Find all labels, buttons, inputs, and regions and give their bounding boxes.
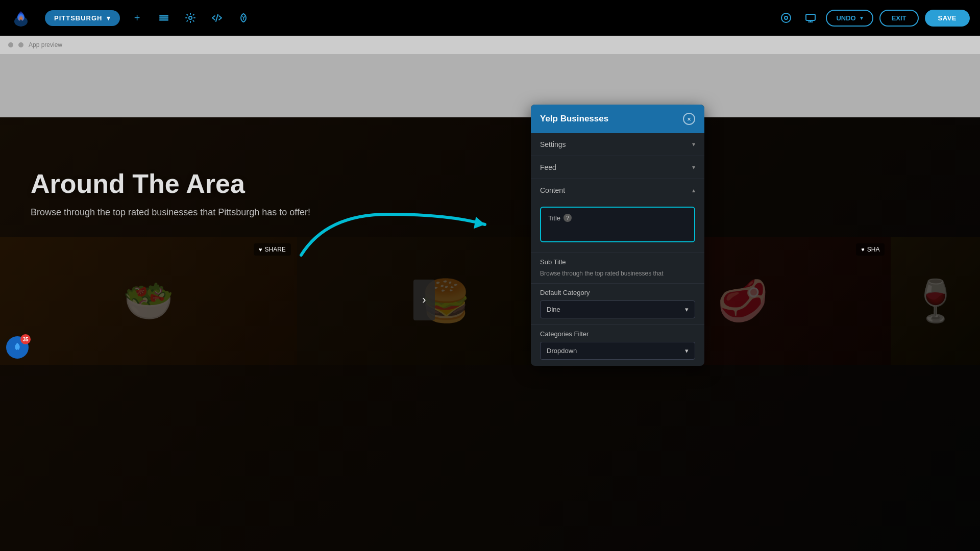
next-button[interactable]: › (413, 280, 435, 320)
default-category-label: Default Category (540, 289, 695, 296)
code-icon[interactable] (208, 9, 226, 27)
undo-chevron-icon: ▾ (860, 15, 863, 21)
svg-point-6 (781, 13, 791, 22)
side-panel: Yelp Businesses × Settings ▾ Feed ▾ Cont… (531, 105, 704, 366)
preview-dot-1 (8, 42, 13, 47)
default-category-select[interactable]: Dine ▾ (540, 300, 695, 318)
share-button-1[interactable]: ♥ SHARE (254, 243, 291, 256)
arrow-svg (286, 173, 500, 276)
layers-icon[interactable] (155, 9, 173, 27)
svg-rect-2 (159, 17, 168, 19)
content-label: Content (540, 186, 565, 194)
logo-area (10, 7, 32, 29)
content-chevron-up-icon: ▴ (692, 187, 695, 194)
preview-area: App preview (0, 36, 980, 117)
heart-icon-3: ♥ (861, 246, 865, 253)
default-category-section: Default Category Dine ▾ (531, 284, 704, 325)
exit-button[interactable]: EXIT (879, 10, 919, 27)
feed-label: Feed (540, 163, 556, 171)
settings-section-header[interactable]: Settings ▾ (531, 133, 704, 156)
category-chevron-down-icon: ▾ (685, 306, 689, 313)
badge-count: 35 (20, 334, 31, 344)
categories-filter-value: Dropdown (547, 347, 577, 355)
feed-section: Feed ▾ (531, 156, 704, 179)
svg-rect-3 (159, 19, 168, 21)
panel-close-button[interactable]: × (683, 113, 695, 125)
food-card-1: 🥗 ♥ SHARE 35 (0, 237, 297, 365)
share-label-3: SHA (867, 246, 880, 253)
add-icon[interactable]: + (128, 9, 146, 27)
content-section: Content ▴ Title ? (531, 179, 704, 253)
title-field-container: Title ? (540, 207, 695, 242)
svg-rect-1 (159, 15, 168, 17)
categories-filter-select[interactable]: Dropdown ▾ (540, 342, 695, 360)
preview-icon[interactable] (777, 9, 795, 27)
svg-text:Y: Y (242, 15, 246, 21)
title-help-icon: ? (564, 214, 572, 222)
svg-point-7 (785, 16, 788, 19)
settings-label: Settings (540, 140, 566, 148)
section-title: Around The Area (31, 168, 310, 199)
close-icon: × (687, 115, 691, 123)
yelp-icon[interactable]: Y (234, 9, 253, 27)
undo-label: UNDO (836, 14, 855, 22)
default-category-value: Dine (547, 306, 560, 313)
subtitle-value: Browse through the top rated businesses … (540, 270, 695, 277)
food-card-4-overlay (891, 237, 980, 365)
topbar-right: UNDO ▾ EXIT SAVE (777, 9, 970, 27)
share-button-3[interactable]: ♥ SHA (856, 243, 885, 256)
settings-chevron-down-icon: ▾ (692, 141, 695, 148)
panel-title: Yelp Businesses (540, 114, 608, 124)
food-card-4: 🍷 (891, 237, 980, 365)
categories-filter-label: Categories Filter (540, 330, 695, 338)
title-input[interactable] (548, 227, 687, 235)
chevron-down-icon: ▾ (107, 14, 111, 22)
settings-icon[interactable] (181, 9, 200, 27)
undo-button[interactable]: UNDO ▾ (826, 10, 873, 27)
subtitle-label: Sub Title (540, 258, 695, 266)
content-section-body: Title ? (531, 202, 704, 253)
heart-icon-1: ♥ (259, 246, 262, 253)
next-icon: › (422, 293, 426, 307)
share-label-1: SHARE (264, 246, 285, 253)
preview-bar-text: App preview (29, 41, 62, 48)
save-label: SAVE (938, 14, 957, 22)
section-subtitle: Browse through the top rated businesses … (31, 207, 310, 218)
device-icon[interactable] (801, 9, 820, 27)
filter-chevron-down-icon: ▾ (685, 347, 689, 355)
food-card-1-overlay (0, 237, 297, 365)
logo-badge: 35 (6, 336, 29, 359)
topbar: PITTSBURGH ▾ + Y (0, 0, 980, 36)
city-dropdown[interactable]: PITTSBURGH ▾ (45, 10, 120, 26)
preview-dot-2 (18, 42, 23, 47)
exit-label: EXIT (892, 14, 906, 22)
feed-chevron-down-icon: ▾ (692, 164, 695, 171)
city-label: PITTSBURGH (54, 14, 103, 22)
svg-point-4 (189, 16, 192, 19)
title-field-label: Title ? (548, 214, 687, 222)
panel-header: Yelp Businesses × (531, 105, 704, 133)
save-button[interactable]: SAVE (925, 10, 970, 27)
categories-filter-section: Categories Filter Dropdown ▾ (531, 325, 704, 366)
settings-section: Settings ▾ (531, 133, 704, 156)
feed-section-header[interactable]: Feed ▾ (531, 156, 704, 179)
app-logo-icon (10, 7, 32, 29)
subtitle-section: Sub Title Browse through the top rated b… (531, 253, 704, 284)
preview-bar: App preview (0, 36, 980, 54)
arrow-pointer (286, 173, 490, 276)
svg-rect-8 (806, 14, 815, 20)
section-text: Around The Area Browse through the top r… (31, 168, 310, 218)
content-section-header[interactable]: Content ▴ (531, 179, 704, 202)
